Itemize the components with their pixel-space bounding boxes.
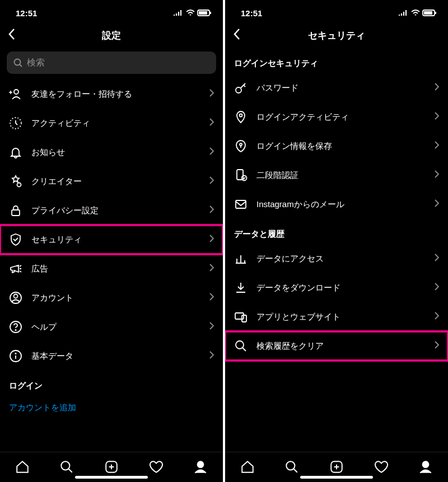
back-button[interactable] bbox=[233, 28, 241, 43]
svg-point-4 bbox=[14, 90, 18, 94]
chevron-left-icon bbox=[233, 28, 241, 40]
home-indicator[interactable] bbox=[75, 476, 148, 479]
row-account[interactable]: アカウント bbox=[0, 283, 223, 312]
chevron-left-icon bbox=[8, 28, 16, 40]
status-bar: 12:51 bbox=[225, 0, 448, 22]
svg-rect-27 bbox=[242, 315, 246, 322]
settings-screen: 12:51 設定 検索 友達をフォロー・招待する アクティビティ bbox=[0, 0, 223, 482]
row-password[interactable]: パスワード bbox=[225, 73, 448, 102]
header: セキュリティ bbox=[225, 22, 448, 48]
row-activity[interactable]: アクティビティ bbox=[0, 109, 223, 138]
svg-rect-25 bbox=[236, 200, 246, 208]
row-label: アクティビティ bbox=[31, 118, 200, 129]
profile-icon bbox=[418, 460, 433, 474]
chevron-right-icon bbox=[209, 176, 214, 186]
row-two-factor[interactable]: 二段階認証 bbox=[225, 161, 448, 190]
pin-icon bbox=[234, 110, 248, 124]
search-icon bbox=[13, 58, 22, 67]
chevron-right-icon bbox=[209, 351, 214, 361]
page-title: セキュリティ bbox=[308, 29, 365, 42]
chevron-right-icon bbox=[435, 170, 439, 180]
key-icon bbox=[234, 81, 248, 95]
svg-point-22 bbox=[240, 143, 242, 146]
row-label: データをダウンロード bbox=[256, 283, 426, 293]
settings-content: 検索 友達をフォロー・招待する アクティビティ お知らせ クリエイター プライバ… bbox=[0, 48, 223, 452]
row-label: 基本データ bbox=[31, 351, 200, 362]
row-save-login[interactable]: ログイン情報を保存 bbox=[225, 132, 448, 161]
row-login-activity[interactable]: ログインアクティビティ bbox=[225, 102, 448, 132]
row-label: ログインアクティビティ bbox=[256, 112, 426, 123]
row-help[interactable]: ヘルプ bbox=[0, 312, 223, 341]
search-icon bbox=[59, 460, 74, 474]
create-tab[interactable] bbox=[329, 459, 344, 475]
row-about[interactable]: 基本データ bbox=[0, 341, 223, 371]
svg-rect-19 bbox=[435, 12, 436, 14]
section-login: ログイン bbox=[0, 371, 223, 396]
search-placeholder: 検索 bbox=[27, 57, 45, 69]
row-follow-invite[interactable]: 友達をフォロー・招待する bbox=[0, 79, 223, 109]
svg-point-6 bbox=[17, 183, 21, 187]
add-account-link[interactable]: アカウントを追加 bbox=[0, 396, 223, 420]
chevron-right-icon bbox=[435, 341, 439, 351]
plus-square-icon bbox=[104, 460, 119, 474]
row-security[interactable]: セキュリティ bbox=[0, 225, 223, 254]
chevron-right-icon bbox=[435, 254, 439, 264]
chevron-right-icon bbox=[435, 199, 439, 209]
row-download-data[interactable]: データをダウンロード bbox=[225, 273, 448, 302]
row-ads[interactable]: 広告 bbox=[0, 254, 223, 283]
plus-square-icon bbox=[329, 460, 344, 474]
home-tab[interactable] bbox=[15, 459, 30, 475]
chevron-right-icon bbox=[209, 118, 214, 128]
svg-rect-18 bbox=[424, 11, 432, 15]
svg-point-16 bbox=[198, 461, 204, 467]
add-person-icon bbox=[9, 87, 22, 101]
heart-icon bbox=[149, 460, 164, 474]
activity-icon bbox=[9, 116, 22, 130]
chevron-right-icon bbox=[209, 264, 214, 274]
svg-point-11 bbox=[15, 330, 16, 330]
devices-icon bbox=[234, 310, 248, 324]
svg-rect-1 bbox=[199, 11, 207, 15]
row-access-data[interactable]: データにアクセス bbox=[225, 244, 448, 273]
chevron-right-icon bbox=[209, 147, 214, 157]
search-input[interactable]: 検索 bbox=[7, 52, 216, 74]
bell-icon bbox=[9, 146, 22, 159]
back-button[interactable] bbox=[8, 28, 16, 43]
row-notifications[interactable]: お知らせ bbox=[0, 138, 223, 167]
row-emails[interactable]: Instagramからのメール bbox=[225, 190, 448, 219]
svg-point-21 bbox=[240, 114, 242, 117]
create-tab[interactable] bbox=[104, 459, 119, 475]
row-privacy[interactable]: プライバシー設定 bbox=[0, 196, 223, 225]
row-apps-websites[interactable]: アプリとウェブサイト bbox=[225, 302, 448, 331]
search-tab[interactable] bbox=[284, 459, 300, 475]
status-icons bbox=[174, 10, 212, 16]
svg-point-31 bbox=[423, 461, 429, 467]
row-creator[interactable]: クリエイター bbox=[0, 167, 223, 196]
activity-tab[interactable] bbox=[374, 459, 389, 475]
activity-tab[interactable] bbox=[148, 459, 164, 475]
chevron-right-icon bbox=[209, 322, 214, 332]
svg-point-13 bbox=[15, 353, 16, 354]
chevron-right-icon bbox=[209, 89, 214, 99]
profile-icon bbox=[193, 460, 208, 474]
row-label: パスワード bbox=[256, 83, 426, 93]
section-data-history: データと履歴 bbox=[225, 219, 448, 244]
chevron-right-icon bbox=[209, 235, 214, 245]
row-label: 検索履歴をクリア bbox=[256, 341, 426, 352]
row-clear-search-history[interactable]: 検索履歴をクリア bbox=[225, 331, 448, 361]
mail-icon bbox=[234, 198, 248, 211]
page-title: 設定 bbox=[102, 29, 121, 42]
profile-tab[interactable] bbox=[193, 459, 208, 475]
home-indicator[interactable] bbox=[300, 476, 373, 479]
chevron-right-icon bbox=[435, 83, 439, 93]
home-icon bbox=[240, 460, 255, 474]
profile-tab[interactable] bbox=[418, 459, 433, 475]
help-icon bbox=[9, 320, 22, 334]
status-bar: 12:51 bbox=[0, 0, 223, 22]
battery-icon bbox=[197, 10, 212, 16]
heart-icon bbox=[374, 460, 389, 474]
home-tab[interactable] bbox=[240, 459, 255, 475]
search-tab[interactable] bbox=[59, 459, 74, 475]
bars-icon bbox=[234, 252, 248, 265]
row-label: プライバシー設定 bbox=[31, 205, 200, 216]
